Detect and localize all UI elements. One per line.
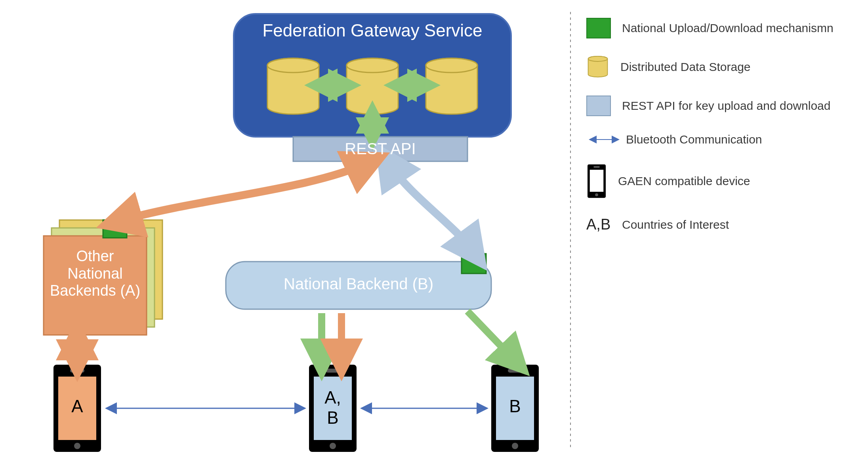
legend-text: GAEN compatible device (618, 174, 750, 188)
legend-text: Distributed Data Storage (620, 60, 751, 74)
phone-icon (586, 163, 607, 199)
restapi-to-natb-arrow (388, 163, 473, 252)
other-national-backends-label: Other National Backends (A) (44, 248, 147, 300)
green-swatch-icon (586, 18, 611, 38)
natb-to-phone-b-arrow (467, 311, 515, 361)
bluetooth-arrow-icon (586, 135, 622, 144)
database-icon (426, 58, 477, 114)
diagram-stage: Federation Gateway Service REST API Othe… (0, 0, 868, 461)
rest-api-label: REST API (293, 140, 467, 158)
legend-text: Bluetooth Communication (626, 133, 762, 146)
phone-a-label: A (58, 396, 96, 417)
legend-text: REST API for key upload and download (622, 99, 830, 113)
legend-text: Countries of Interest (622, 218, 729, 231)
legend-text: National Upload/Download mechanismn (622, 21, 834, 35)
restapi-to-other-arrow (119, 163, 368, 221)
database-icon (586, 55, 609, 79)
database-icon (347, 58, 398, 114)
national-backend-b-label: National Backend (B) (226, 275, 491, 293)
legend-row-device: GAEN compatible device (586, 163, 856, 199)
phone-b-label: B (496, 396, 534, 417)
legend: National Upload/Download mechanismn Dist… (586, 18, 856, 250)
phone-ab-label: A, B (314, 388, 352, 428)
legend-row-countries: A,B Countries of Interest (586, 216, 856, 233)
upload-download-box (462, 254, 486, 274)
database-icon (267, 58, 319, 114)
legend-ab-key: A,B (586, 216, 618, 233)
legend-row-restapi: REST API for key upload and download (586, 96, 856, 116)
legend-row-storage: Distributed Data Storage (586, 55, 856, 79)
federation-gateway-title: Federation Gateway Service (234, 21, 511, 41)
blue-swatch-icon (586, 96, 611, 116)
legend-row-bluetooth: Bluetooth Communication (586, 133, 856, 146)
legend-row-upload: National Upload/Download mechanismn (586, 18, 856, 38)
